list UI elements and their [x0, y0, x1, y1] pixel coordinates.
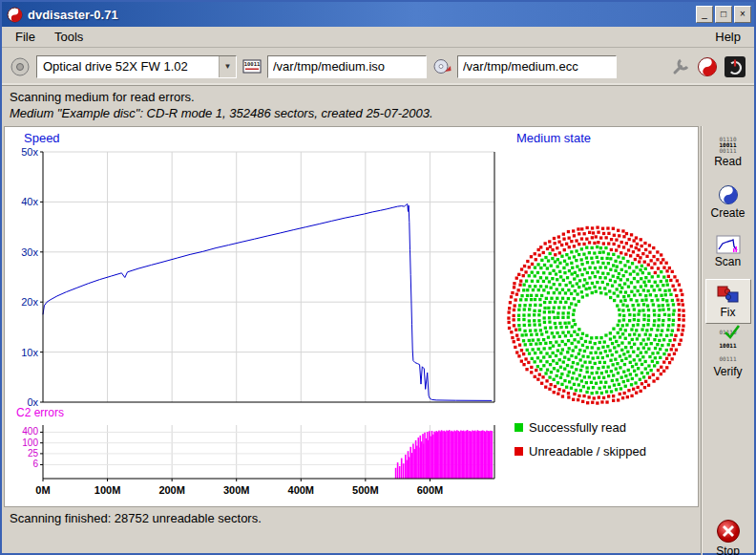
maximize-button[interactable]: □	[715, 6, 732, 23]
power-icon	[724, 55, 746, 78]
drive-selector-value: Optical drive 52X FW 1.02	[37, 56, 219, 77]
read-button[interactable]: 01110 10011 00111 Read	[705, 130, 751, 175]
legend-swatch	[514, 447, 523, 456]
drive-icon	[10, 56, 31, 77]
svg-text:10x: 10x	[21, 347, 38, 358]
svg-text:100: 100	[22, 438, 38, 448]
wrench-icon	[670, 56, 691, 77]
binary-icon: 01110 10011 00111	[719, 137, 736, 154]
window-title: dvdisaster-0.71	[28, 8, 694, 22]
quit-button[interactable]	[724, 55, 746, 78]
chart-pane: 0x10x20x30x40x50x6251004000M100M200M300M…	[4, 126, 699, 507]
verify-label: Verify	[713, 365, 742, 378]
scan-result-status: Scanning finished: 28752 unreadable sect…	[2, 507, 701, 529]
create-button[interactable]: Create	[705, 180, 751, 224]
app-icon	[7, 7, 23, 23]
svg-text:50x: 50x	[21, 146, 38, 158]
action-sidebar: 01110 10011 00111 Read Create	[701, 126, 754, 555]
toolbar: Optical drive 52X FW 1.02 ▼ 10011	[2, 48, 754, 86]
scan-chart-icon	[716, 235, 741, 254]
svg-text:300M: 300M	[223, 484, 250, 496]
app-window: dvdisaster-0.71 _ □ × File Tools Help Op…	[0, 0, 756, 555]
status-line2: Medium "Example disc": CD-R mode 1, 3524…	[10, 106, 746, 120]
verify-icon: 01110 10011 00111	[719, 324, 736, 364]
svg-text:6: 6	[32, 459, 38, 469]
puzzle-icon	[716, 284, 741, 305]
image-file-icon: 10011	[242, 58, 262, 75]
ecc-file-icon	[432, 58, 452, 75]
fix-label: Fix	[721, 306, 736, 319]
legend-swatch	[514, 423, 523, 432]
stop-button[interactable]: Stop	[705, 516, 751, 555]
ecc-file-input[interactable]	[457, 55, 617, 78]
left-column: 0x10x20x30x40x50x6251004000M100M200M300M…	[2, 126, 701, 555]
scan-label: Scan	[715, 255, 741, 268]
svg-text:30x: 30x	[21, 246, 38, 258]
scan-button[interactable]: Scan	[705, 229, 751, 274]
menu-tools[interactable]: Tools	[45, 28, 93, 46]
preferences-button[interactable]	[670, 56, 691, 77]
svg-text:200M: 200M	[158, 484, 185, 496]
svg-text:400: 400	[22, 426, 38, 437]
scan-charts: 0x10x20x30x40x50x6251004000M100M200M300M…	[5, 127, 698, 503]
yin-yang-icon	[718, 184, 739, 205]
svg-text:100M: 100M	[94, 484, 121, 496]
main-row: 0x10x20x30x40x50x6251004000M100M200M300M…	[2, 126, 754, 555]
medium-state-legend: Successfully readUnreadable / skipped	[514, 420, 646, 459]
check-icon	[723, 322, 742, 341]
svg-text:25: 25	[28, 448, 39, 459]
chevron-down-icon[interactable]: ▼	[219, 56, 236, 77]
about-button[interactable]	[697, 56, 718, 77]
svg-text:Medium state: Medium state	[516, 131, 591, 145]
fix-button[interactable]: Fix	[705, 279, 751, 324]
titlebar: dvdisaster-0.71 _ □ ×	[2, 2, 754, 27]
svg-text:400M: 400M	[288, 484, 315, 496]
c2-error-bars	[395, 430, 493, 479]
drive-selector[interactable]: Optical drive 52X FW 1.02 ▼	[36, 55, 237, 78]
svg-text:Speed: Speed	[24, 131, 60, 145]
stop-icon	[716, 519, 741, 544]
svg-text:Unreadable / skipped: Unreadable / skipped	[529, 444, 646, 459]
svg-text:20x: 20x	[21, 296, 38, 308]
close-button[interactable]: ×	[734, 6, 751, 23]
svg-text:0M: 0M	[35, 484, 50, 496]
menu-help[interactable]: Help	[705, 28, 750, 46]
medium-state-disc	[507, 226, 685, 405]
menubar: File Tools Help	[2, 27, 754, 48]
svg-text:600M: 600M	[417, 484, 444, 496]
read-label: Read	[714, 155, 742, 168]
svg-text:10011: 10011	[244, 61, 261, 67]
drive-eject-button[interactable]	[10, 56, 31, 77]
verify-button[interactable]: 01110 10011 00111 Verify	[705, 329, 751, 374]
minimize-button[interactable]: _	[696, 6, 713, 23]
menu-file[interactable]: File	[6, 28, 45, 46]
image-file-input[interactable]	[267, 55, 427, 78]
status-area: Scanning medium for read errors. Medium …	[2, 86, 754, 126]
status-line1: Scanning medium for read errors.	[10, 90, 746, 104]
svg-text:C2 errors: C2 errors	[16, 406, 64, 419]
svg-text:40x: 40x	[21, 196, 38, 207]
svg-text:500M: 500M	[352, 484, 379, 496]
dvdisaster-logo-icon	[697, 56, 718, 77]
stop-label: Stop	[716, 544, 740, 555]
svg-text:Successfully read: Successfully read	[529, 420, 626, 435]
create-label: Create	[710, 206, 745, 220]
